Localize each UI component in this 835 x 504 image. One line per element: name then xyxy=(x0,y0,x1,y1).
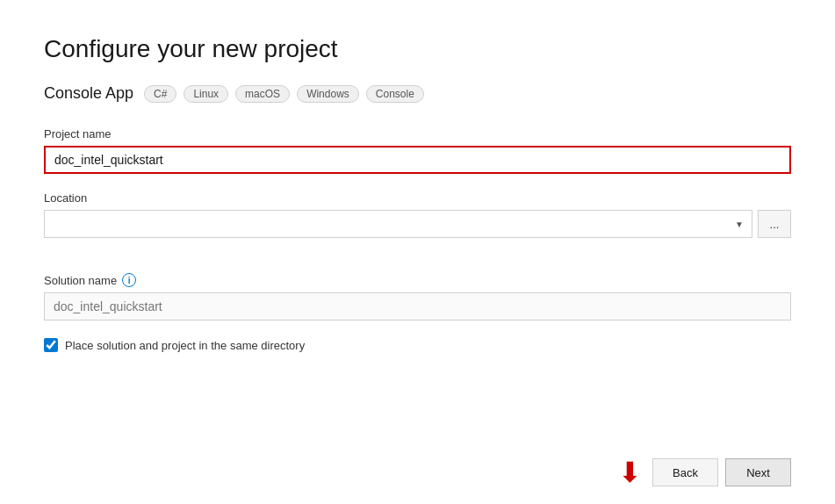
project-name-input[interactable] xyxy=(44,146,791,174)
same-directory-row: Place solution and project in the same d… xyxy=(44,338,791,352)
location-group: Location ▼ ... xyxy=(44,191,791,256)
tag-csharp: C# xyxy=(144,85,176,103)
tag-windows: Windows xyxy=(297,85,359,103)
back-button[interactable]: Back xyxy=(652,458,718,486)
location-select-wrapper: ▼ xyxy=(44,210,752,238)
project-name-label: Project name xyxy=(44,127,791,140)
configure-project-page: Configure your new project Console App C… xyxy=(0,0,835,504)
location-select[interactable] xyxy=(44,210,752,238)
solution-name-info-icon[interactable]: i xyxy=(122,273,136,287)
same-directory-label[interactable]: Place solution and project in the same d… xyxy=(65,339,305,352)
location-label: Location xyxy=(44,191,791,205)
bottom-bar: ⬇ Back Next xyxy=(618,458,791,486)
form-section: Project name Location ▼ ... Solu xyxy=(44,127,791,359)
same-directory-checkbox[interactable] xyxy=(44,338,58,352)
location-row: ▼ ... xyxy=(44,210,791,238)
tag-console: Console xyxy=(366,85,424,103)
solution-name-group: Solution name i xyxy=(44,273,791,320)
solution-name-input[interactable] xyxy=(44,292,791,320)
project-type-row: Console App C# Linux macOS Windows Conso… xyxy=(44,84,791,103)
tag-macos: macOS xyxy=(235,85,290,103)
tag-linux: Linux xyxy=(184,85,228,103)
project-name-group: Project name xyxy=(44,127,791,174)
red-arrow-icon: ⬇ xyxy=(618,458,642,486)
solution-name-label: Solution name i xyxy=(44,273,791,287)
next-button[interactable]: Next xyxy=(725,458,791,486)
page-title: Configure your new project xyxy=(44,35,791,63)
browse-button[interactable]: ... xyxy=(758,210,791,238)
project-type-label: Console App xyxy=(44,84,133,103)
